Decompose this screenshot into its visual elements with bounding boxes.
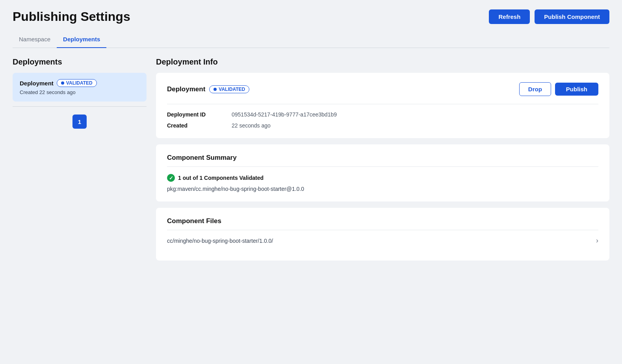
detail-badge-dot-icon <box>214 88 217 91</box>
page-title: Publishing Settings <box>13 9 130 24</box>
deployment-id-field: Deployment ID 0951534d-5217-419b-9777-a1… <box>167 111 598 118</box>
detail-fields: Deployment ID 0951534d-5217-419b-9777-a1… <box>167 111 598 129</box>
component-summary-card: Component Summary ✓ 1 out of 1 Component… <box>156 144 609 201</box>
deployment-card-created: Created 22 seconds ago <box>20 89 139 95</box>
deployment-info-left: Deployment VALIDATED <box>167 85 249 93</box>
sidebar-divider <box>13 106 147 107</box>
sidebar: Deployments Deployment VALIDATED Created… <box>13 57 147 129</box>
tab-namespace[interactable]: Namespace <box>13 32 57 48</box>
detail-divider <box>167 104 598 104</box>
drop-button[interactable]: Drop <box>519 82 551 96</box>
file-row[interactable]: cc/minghe/no-bug-spring-boot-starter/1.0… <box>167 230 598 251</box>
detail-section-title: Deployment Info <box>156 57 609 67</box>
component-files-title: Component Files <box>167 217 598 225</box>
deployment-info-label: Deployment <box>167 85 205 93</box>
tabs-bar: Namespace Deployments <box>13 32 609 48</box>
page-header: Publishing Settings Refresh Publish Comp… <box>13 9 609 24</box>
summary-divider <box>167 166 598 167</box>
created-value: 22 seconds ago <box>232 122 271 129</box>
deployment-id-value: 0951534d-5217-419b-9777-a17cee3bd1b9 <box>232 111 337 118</box>
badge-dot-icon <box>61 81 64 85</box>
created-field: Created 22 seconds ago <box>167 122 598 129</box>
sidebar-validated-badge: VALIDATED <box>57 79 97 87</box>
detail-actions: Drop Publish <box>519 82 598 96</box>
page-1-button[interactable]: 1 <box>72 115 87 129</box>
deployment-id-label: Deployment ID <box>167 111 222 118</box>
refresh-button[interactable]: Refresh <box>489 9 530 24</box>
deployment-info-card: Deployment VALIDATED Drop Publish Depl <box>156 73 609 138</box>
deployment-info-header: Deployment VALIDATED Drop Publish <box>167 82 598 96</box>
created-label: Created <box>167 122 222 129</box>
deployment-card-name: Deployment <box>20 80 54 87</box>
main-content: Deployments Deployment VALIDATED Created… <box>13 57 609 267</box>
pagination: 1 <box>13 115 147 129</box>
deployment-list-item[interactable]: Deployment VALIDATED Created 22 seconds … <box>13 73 147 102</box>
sidebar-title: Deployments <box>13 57 147 67</box>
file-path: cc/minghe/no-bug-spring-boot-starter/1.0… <box>167 238 273 244</box>
tab-deployments[interactable]: Deployments <box>57 32 106 48</box>
detail-panel: Deployment Info Deployment VALIDATED Dro… <box>156 57 609 267</box>
chevron-right-icon: › <box>596 237 598 245</box>
component-files-card: Component Files cc/minghe/no-bug-spring-… <box>156 208 609 261</box>
validated-status: ✓ 1 out of 1 Components Validated <box>167 174 598 182</box>
detail-validated-badge: VALIDATED <box>209 85 249 93</box>
component-summary-title: Component Summary <box>167 154 598 162</box>
deployment-card-top: Deployment VALIDATED <box>20 79 139 87</box>
publish-button[interactable]: Publish <box>555 83 598 96</box>
pkg-text: pkg:maven/cc.minghe/no-bug-spring-boot-s… <box>167 186 598 192</box>
validated-check-icon: ✓ <box>167 174 175 182</box>
publish-component-button[interactable]: Publish Component <box>535 9 609 24</box>
header-actions: Refresh Publish Component <box>489 9 609 24</box>
